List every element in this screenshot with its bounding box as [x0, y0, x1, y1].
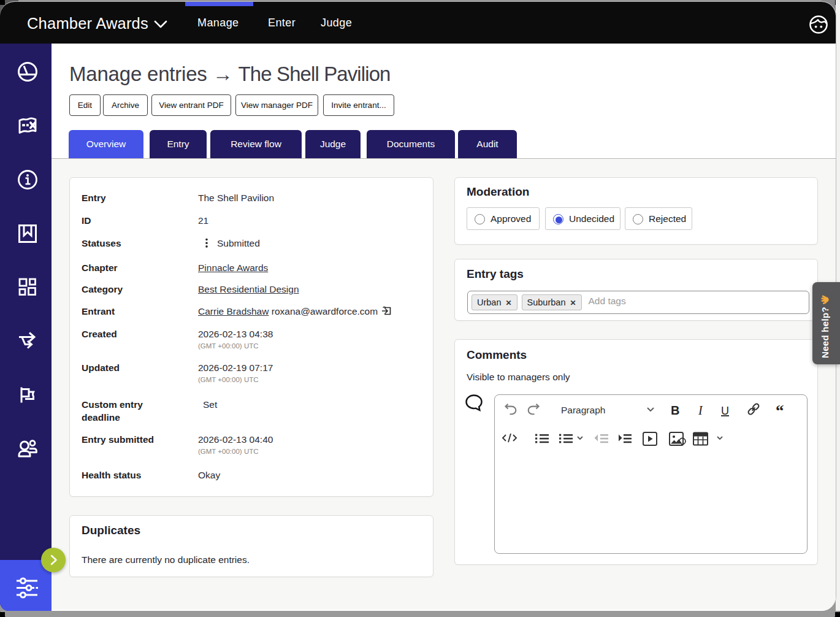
- svg-text:U: U: [721, 405, 729, 417]
- svg-text:Paragraph: Paragraph: [561, 405, 605, 415]
- svg-text:I: I: [698, 404, 703, 417]
- svg-text:“: “: [776, 402, 784, 420]
- svg-text:B: B: [671, 404, 679, 417]
